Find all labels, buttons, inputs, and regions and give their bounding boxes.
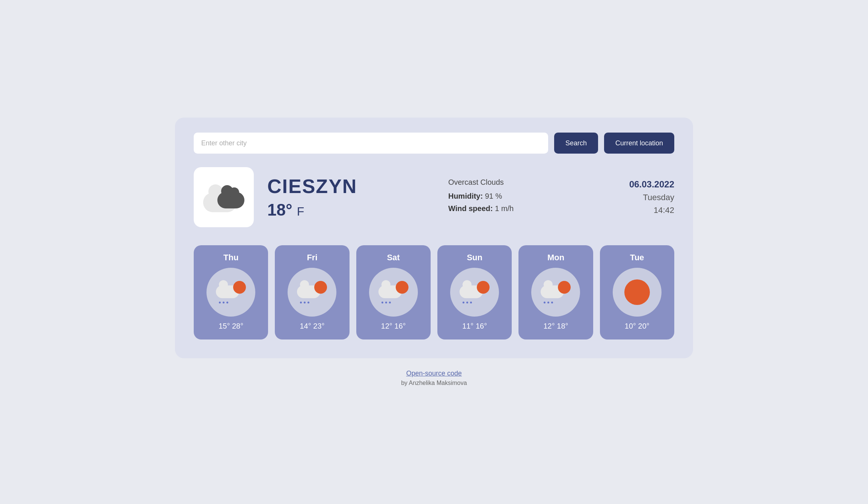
date-display: 06.03.2022 xyxy=(629,179,674,190)
forecast-icon-circle xyxy=(450,268,499,317)
forecast-temp: 15° 28° xyxy=(219,322,243,330)
open-source-link[interactable]: Open-source code xyxy=(401,370,467,377)
rain-cloud-icon xyxy=(297,281,327,303)
current-weather-section: CIESZYN 18° F Overcast Clouds Humidity: … xyxy=(194,167,674,227)
rain-drops xyxy=(300,302,309,303)
forecast-day-label: Thu xyxy=(223,253,238,263)
rain-cloud-icon xyxy=(460,281,490,303)
weather-icon-box xyxy=(194,167,254,227)
humidity-row: Humidity: 91 % xyxy=(448,192,616,201)
cloud-icon xyxy=(203,182,244,212)
forecast-temp: 11° 16° xyxy=(462,322,487,330)
weather-condition: Overcast Clouds xyxy=(448,178,616,187)
wind-row: Wind speed: 1 m/h xyxy=(448,204,616,213)
rain-drops xyxy=(544,302,553,303)
wind-label: Wind speed: xyxy=(448,204,493,213)
rain-drops xyxy=(463,302,472,303)
forecast-card: Fri14° 23° xyxy=(275,245,349,340)
mini-sun-icon xyxy=(477,281,490,294)
humidity-value: 91 % xyxy=(485,192,502,200)
search-button[interactable]: Search xyxy=(554,133,598,154)
mini-sun-icon xyxy=(314,281,327,294)
temp-value: 18° xyxy=(267,201,292,219)
rain-cloud-icon xyxy=(378,281,408,303)
weather-details: Overcast Clouds Humidity: 91 % Wind spee… xyxy=(448,178,616,217)
forecast-day-label: Tue xyxy=(630,253,644,263)
forecast-card: Tue10° 20° xyxy=(600,245,674,340)
forecast-icon-circle xyxy=(288,268,336,317)
app-wrapper: Search Current location CIESZYN 18° F Ov… xyxy=(164,106,704,398)
humidity-label: Humidity: xyxy=(448,192,483,200)
search-row: Search Current location xyxy=(194,133,674,154)
date-time-section: 06.03.2022 Tuesday 14:42 xyxy=(629,179,674,215)
mini-sun-icon xyxy=(233,281,246,294)
forecast-day-label: Sun xyxy=(467,253,482,263)
forecast-icon-circle xyxy=(369,268,418,317)
time-display: 14:42 xyxy=(629,205,674,215)
forecast-day-label: Mon xyxy=(547,253,564,263)
forecast-icon-circle xyxy=(206,268,255,317)
footer-credit: by Anzhelika Maksimova xyxy=(401,380,467,386)
footer: Open-source code by Anzhelika Maksimova xyxy=(401,370,467,386)
forecast-day-label: Sat xyxy=(387,253,400,263)
weather-card: Search Current location CIESZYN 18° F Ov… xyxy=(175,118,693,358)
city-temperature: 18° F xyxy=(267,201,435,219)
forecast-icon-circle xyxy=(613,268,662,317)
forecast-temp: 14° 23° xyxy=(300,322,324,330)
rain-cloud-icon xyxy=(216,281,246,303)
rain-drops xyxy=(219,302,228,303)
forecast-card: Thu15° 28° xyxy=(194,245,268,340)
forecast-card: Sat12° 16° xyxy=(356,245,431,340)
forecast-icon-circle xyxy=(531,268,580,317)
mini-sun-icon xyxy=(558,281,571,294)
city-name: CIESZYN xyxy=(267,175,435,198)
wind-value: 1 m/h xyxy=(495,204,514,213)
day-display: Tuesday xyxy=(629,193,674,202)
rain-drops xyxy=(381,302,391,303)
mini-sun-icon xyxy=(396,281,408,294)
forecast-temp: 12° 16° xyxy=(381,322,406,330)
forecast-row: Thu15° 28°Fri14° 23°Sat12° 16°Sun11° 16°… xyxy=(194,245,674,340)
city-search-input[interactable] xyxy=(194,133,548,154)
rain-cloud-icon xyxy=(541,281,571,303)
forecast-temp: 12° 18° xyxy=(543,322,568,330)
forecast-card: Sun11° 16° xyxy=(437,245,512,340)
sun-icon xyxy=(624,279,650,305)
cloud-dark xyxy=(217,192,244,208)
forecast-day-label: Fri xyxy=(307,253,317,263)
forecast-card: Mon12° 18° xyxy=(518,245,593,340)
city-info: CIESZYN 18° F xyxy=(267,175,435,219)
forecast-temp: 10° 20° xyxy=(625,322,649,330)
temp-unit: F xyxy=(297,205,304,218)
current-location-button[interactable]: Current location xyxy=(604,133,674,154)
